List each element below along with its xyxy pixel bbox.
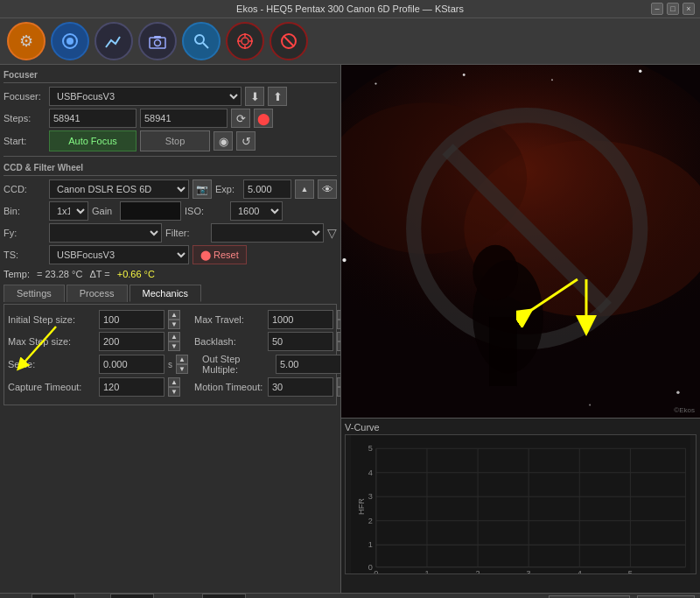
initial-step-input[interactable]: [99, 310, 164, 329]
ccd-section-title: CCD & Filter Wheel: [4, 161, 337, 176]
steps-input2[interactable]: 58941: [140, 109, 228, 128]
svg-text:2: 2: [476, 569, 480, 574]
filter-label: Filter:: [165, 228, 207, 238]
exp-eye-btn[interactable]: 👁: [318, 179, 337, 199]
initial-step-down[interactable]: ▼: [168, 320, 180, 329]
vcurve-title: V-Curve: [345, 422, 696, 433]
motion-timeout-group: Motion Timeout: ▲ ▼: [194, 377, 341, 397]
max-step-up[interactable]: ▲: [168, 332, 180, 341]
svg-text:1: 1: [368, 540, 373, 549]
max-step-input[interactable]: [99, 332, 164, 351]
capture-timeout-spinners[interactable]: ▲ ▼: [168, 377, 180, 397]
settings-tool-btn[interactable]: ⚙: [7, 22, 46, 60]
svg-rect-36: [489, 317, 517, 386]
tab-settings[interactable]: Settings: [4, 285, 65, 302]
camera-icon-btn[interactable]: ◉: [214, 131, 233, 151]
focuser-row: Focuser: USBFocusV3 ⬇ ⬆: [4, 87, 337, 106]
tab-process[interactable]: Process: [66, 285, 128, 302]
svg-point-21: [463, 74, 466, 76]
download-icon-btn[interactable]: ⬇: [245, 87, 264, 106]
sync-icon-btn[interactable]: ⟳: [231, 109, 250, 128]
exp-label: Exp:: [215, 184, 240, 194]
focuser-select[interactable]: USBFocusV3: [49, 87, 242, 106]
max-travel-input[interactable]: [268, 310, 333, 329]
ccd-label: CCD:: [4, 184, 46, 194]
stars-input[interactable]: [110, 594, 154, 599]
mech-row-2: Max Step size: ▲ ▼ Backlash: ▲ ▼: [8, 332, 332, 351]
camera-tool-btn[interactable]: [138, 22, 177, 60]
exp-up-btn[interactable]: ▲: [295, 179, 314, 199]
focuser-label: Focuser:: [4, 91, 46, 102]
fy-row: Fy: Filter: ▽: [4, 223, 337, 243]
settle-spinners[interactable]: ▲ ▼: [176, 355, 188, 374]
max-step-down[interactable]: ▼: [168, 341, 180, 351]
out-step-input[interactable]: [276, 355, 341, 374]
gain-box: [120, 201, 181, 221]
max-step-label: Max Step size:: [8, 336, 95, 347]
svg-text:0: 0: [374, 569, 378, 574]
mech-row-4: Capture Timeout: ▲ ▼ Motion Timeout: ▲ ▼: [8, 377, 332, 397]
focus-tool-btn[interactable]: [94, 22, 133, 60]
hfr-input[interactable]: [32, 594, 75, 599]
iso-select[interactable]: 1600: [230, 201, 283, 221]
ccd-row: CCD: Canon DSLR EOS 6D 📷 Exp: ▲ 👁: [4, 179, 337, 199]
reset-button[interactable]: ⬤ Reset: [192, 245, 247, 264]
close-btn[interactable]: ×: [682, 3, 695, 15]
svg-text:HFR: HFR: [357, 498, 366, 515]
steps-input1[interactable]: 58941: [49, 109, 136, 128]
motion-timeout-input[interactable]: [268, 377, 333, 397]
ts-select[interactable]: USBFocusV3: [49, 245, 189, 264]
filter-icon: ▽: [327, 226, 337, 240]
ccd-icon1[interactable]: 📷: [192, 179, 212, 199]
svg-text:2: 2: [368, 517, 373, 525]
svg-text:3: 3: [368, 492, 373, 501]
svg-point-27: [342, 258, 346, 262]
exp-input[interactable]: [243, 179, 291, 199]
minimize-btn[interactable]: –: [651, 3, 663, 15]
settle-up[interactable]: ▲: [176, 355, 188, 364]
search-tool-btn[interactable]: [182, 22, 220, 60]
capture-tool-btn[interactable]: [51, 22, 89, 60]
tab-mechanics[interactable]: Mechanics: [130, 285, 202, 302]
capture-timeout-down[interactable]: ▼: [168, 387, 180, 397]
delta-label: ΔT =: [89, 269, 109, 279]
svg-point-1: [66, 38, 74, 45]
capture-timeout-up[interactable]: ▲: [168, 377, 180, 387]
circle-tool-btn[interactable]: [270, 22, 308, 60]
gain-label: Gain: [92, 206, 116, 216]
bin-select[interactable]: 1x1: [49, 201, 88, 221]
window-controls[interactable]: – □ ×: [651, 3, 695, 15]
settle-label: Settle:: [8, 359, 95, 369]
loop-icon-btn[interactable]: ↺: [236, 131, 256, 151]
ccd-select[interactable]: Canon DSLR EOS 6D: [49, 179, 189, 199]
mechanics-tab-content: Initial Step size: ▲ ▼ Max Travel: ▲ ▼: [4, 304, 337, 405]
stop-icon-btn[interactable]: ⬤: [254, 109, 273, 128]
filter-select[interactable]: [211, 223, 324, 243]
auto-focus-button[interactable]: Auto Focus: [49, 130, 136, 151]
motion-timeout-label: Motion Timeout:: [194, 382, 264, 392]
initial-step-spinners[interactable]: ▲ ▼: [168, 310, 180, 329]
capture-timeout-input[interactable]: [99, 377, 164, 397]
hfr-item: HFR:: [5, 594, 75, 599]
settle-input[interactable]: [99, 355, 164, 374]
target-tool-btn[interactable]: [226, 22, 264, 60]
maximize-btn[interactable]: □: [667, 3, 679, 15]
svg-point-3: [155, 40, 161, 46]
upload-icon-btn[interactable]: ⬆: [268, 87, 287, 106]
fy-select[interactable]: [49, 223, 162, 243]
titlebar: Ekos - HEQ5 Pentax 300 Canon 6D Profile …: [0, 0, 700, 18]
relative-profile-button[interactable]: Relative Profile...: [549, 595, 631, 599]
settle-down[interactable]: ▼: [176, 364, 188, 374]
start-row: Start: Auto Focus Stop ◉ ↺: [4, 130, 337, 151]
out-step-group: Out Step Multiple: ▲ ▼: [202, 354, 341, 375]
clear-data-button[interactable]: Clear Data: [637, 595, 695, 599]
backlash-input[interactable]: [268, 332, 333, 351]
astro-image: ©Ekos: [341, 65, 700, 418]
initial-step-up[interactable]: ▲: [168, 310, 180, 320]
start-label: Start:: [4, 136, 46, 146]
max-step-spinners[interactable]: ▲ ▼: [168, 332, 180, 351]
svg-point-31: [589, 405, 591, 406]
focuser-section-title: Focuser: [4, 68, 337, 83]
iteration-input[interactable]: [202, 594, 246, 599]
stop-button[interactable]: Stop: [140, 130, 210, 151]
